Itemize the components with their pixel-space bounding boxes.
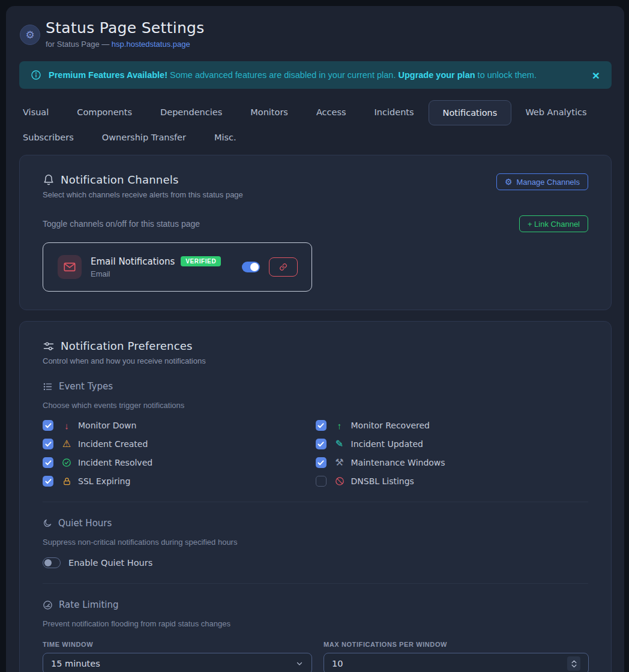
checkbox-checked[interactable] <box>316 420 327 431</box>
rate-limiting-label: Rate Limiting <box>59 599 119 610</box>
settings-tabs-row-1: Visual Components Dependencies Monitors … <box>23 100 612 125</box>
rate-limiting-description: Prevent notification flooding from rapid… <box>43 619 588 628</box>
time-window-field: TIME WINDOW 15 minutes <box>43 641 312 672</box>
max-notifications-input[interactable] <box>332 659 567 668</box>
tab-access[interactable]: Access <box>316 100 346 125</box>
email-channel-toggle[interactable] <box>242 262 260 272</box>
tab-dependencies[interactable]: Dependencies <box>160 100 222 125</box>
notification-preferences-card: Notification Preferences Control when an… <box>19 321 612 672</box>
premium-banner: Premium Features Available! Some advance… <box>19 61 612 89</box>
event-type-ssl-expiring[interactable]: SSL Expiring <box>43 476 316 487</box>
page-title: Status Page Settings <box>46 19 205 37</box>
list-icon <box>43 382 53 392</box>
channel-type: Email <box>91 269 221 278</box>
number-stepper[interactable] <box>567 656 580 671</box>
checkbox-checked[interactable] <box>43 457 53 468</box>
tab-ownership-transfer[interactable]: Ownership Transfer <box>102 125 186 149</box>
tab-subscribers[interactable]: Subscribers <box>23 125 74 149</box>
ban-icon <box>334 476 346 486</box>
quiet-hours-toggle-label: Enable Quiet Hours <box>68 558 152 568</box>
event-type-monitor-down[interactable]: ↓ Monitor Down <box>43 420 316 431</box>
tab-visual[interactable]: Visual <box>23 100 49 125</box>
gear-icon: ⚙ <box>25 30 34 40</box>
event-type-maintenance-windows[interactable]: ⚒ Maintenance Windows <box>316 457 589 468</box>
pencil-icon: ✎ <box>334 439 346 449</box>
quiet-hours-label: Quiet Hours <box>58 518 112 529</box>
quiet-hours-description: Suppress non-critical notifications duri… <box>43 538 588 547</box>
upgrade-plan-link[interactable]: Upgrade your plan <box>398 70 475 80</box>
notification-channels-card: Notification Channels Select which chann… <box>19 155 612 310</box>
tab-monitors[interactable]: Monitors <box>250 100 288 125</box>
gauge-icon <box>43 600 53 610</box>
checkbox-checked[interactable] <box>43 439 53 449</box>
link-channel-label: + Link Channel <box>528 220 580 229</box>
link-channel-button[interactable]: + Link Channel <box>519 215 588 232</box>
tab-components[interactable]: Components <box>77 100 132 125</box>
page-header: ⚙ Status Page Settings for Status Page —… <box>19 19 612 49</box>
banner-lead: Premium Features Available! <box>49 70 167 80</box>
settings-avatar: ⚙ <box>20 25 40 45</box>
settings-tabs-row-2: Subscribers Ownership Transfer Misc. <box>23 125 612 149</box>
unlink-channel-button[interactable] <box>269 257 298 277</box>
tab-notifications[interactable]: Notifications <box>429 100 512 125</box>
preferences-title: Notification Preferences <box>61 340 193 352</box>
channel-name: Email Notifications <box>91 256 175 267</box>
manage-channels-button[interactable]: ⚙ Manage Channels <box>496 173 588 190</box>
close-icon[interactable]: × <box>592 69 600 82</box>
max-notifications-field: MAX NOTIFICATIONS PER WINDOW <box>324 641 589 672</box>
event-types-grid: ↓ Monitor Down ↑ Monitor Recovered ⚠ Inc… <box>43 420 588 487</box>
event-type-incident-created[interactable]: ⚠ Incident Created <box>43 439 316 449</box>
tab-web-analytics[interactable]: Web Analytics <box>525 100 586 125</box>
checkbox-unchecked[interactable] <box>316 476 327 487</box>
envelope-icon <box>63 260 76 274</box>
status-page-link[interactable]: hsp.hostedstatus.page <box>112 40 190 49</box>
event-type-monitor-recovered[interactable]: ↑ Monitor Recovered <box>316 420 589 431</box>
event-types-label: Event Types <box>59 381 113 392</box>
time-window-select[interactable]: 15 minutes <box>43 653 312 672</box>
channels-title: Notification Channels <box>61 173 178 186</box>
checkbox-checked[interactable] <box>43 476 53 487</box>
subtitle-prefix: for Status Page — <box>46 40 112 49</box>
moon-icon <box>43 518 52 528</box>
chevron-down-icon <box>571 664 577 668</box>
checkbox-checked[interactable] <box>316 457 327 468</box>
time-window-label: TIME WINDOW <box>43 641 312 648</box>
chevron-up-icon <box>571 660 577 664</box>
time-window-value: 15 minutes <box>51 659 295 668</box>
check-circle-icon <box>61 458 73 467</box>
banner-mid: Some advanced features are disabled in y… <box>167 70 398 80</box>
warning-triangle-icon: ⚠ <box>61 439 73 449</box>
quiet-hours-heading: Quiet Hours <box>43 518 588 529</box>
banner-tail: to unlock them. <box>475 70 537 80</box>
bell-icon <box>43 174 55 186</box>
max-notifications-input-box <box>324 653 589 672</box>
verified-badge: VERIFIED <box>181 256 221 266</box>
channels-subtitle: Select which channels receive alerts fro… <box>43 190 243 199</box>
arrow-down-icon: ↓ <box>61 421 73 430</box>
checkbox-checked[interactable] <box>43 420 53 431</box>
event-type-incident-resolved[interactable]: Incident Resolved <box>43 457 316 468</box>
max-notifications-label: MAX NOTIFICATIONS PER WINDOW <box>324 641 589 648</box>
tools-icon: ⚒ <box>334 458 346 467</box>
event-type-incident-updated[interactable]: ✎ Incident Updated <box>316 439 589 449</box>
lock-icon <box>61 477 73 486</box>
preferences-subtitle: Control when and how you receive notific… <box>43 356 206 365</box>
chevron-down-icon <box>295 659 304 668</box>
section-divider <box>43 502 588 502</box>
event-type-dnsbl-listings[interactable]: DNSBL Listings <box>316 476 589 487</box>
gear-icon: ⚙ <box>505 178 513 186</box>
email-channel-tile <box>58 255 82 279</box>
tab-misc[interactable]: Misc. <box>214 125 236 149</box>
checkbox-checked[interactable] <box>316 439 327 449</box>
arrow-up-icon: ↑ <box>334 421 346 430</box>
banner-message: Premium Features Available! Some advance… <box>49 70 585 80</box>
event-types-heading: Event Types <box>43 381 588 392</box>
event-types-description: Choose which events trigger notification… <box>43 401 588 410</box>
toggle-channels-hint: Toggle channels on/off for this status p… <box>43 219 200 229</box>
info-icon <box>31 70 41 80</box>
link-icon <box>279 263 287 271</box>
rate-limiting-heading: Rate Limiting <box>43 599 588 610</box>
settings-panel: ⚙ Status Page Settings for Status Page —… <box>6 6 624 672</box>
quiet-hours-toggle[interactable] <box>43 557 61 568</box>
tab-incidents[interactable]: Incidents <box>375 100 414 125</box>
